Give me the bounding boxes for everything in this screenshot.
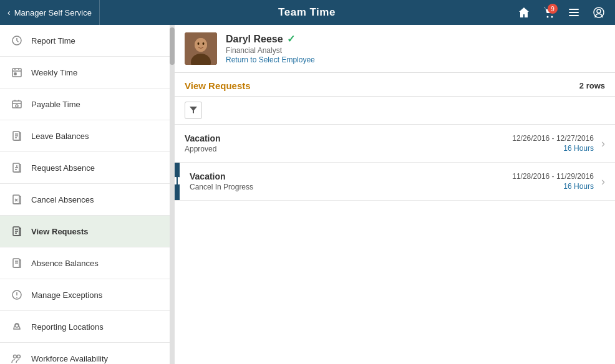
header-icons: 9 <box>514 2 615 22</box>
payable-time-icon <box>10 97 24 111</box>
sidebar-item-manage-exceptions[interactable]: Manage Exceptions <box>0 279 174 311</box>
leave-balances-icon <box>10 129 24 143</box>
svg-point-0 <box>547 16 549 18</box>
request-dates-2: 11/28/2016 - 11/29/2016 <box>512 172 594 181</box>
svg-rect-3 <box>569 12 579 13</box>
sidebar-item-label: Workforce Availability <box>31 354 108 363</box>
sidebar-item-request-absence[interactable]: Request Absence <box>0 152 174 184</box>
sidebar-item-label: Report Time <box>31 36 75 46</box>
main-content: Daryl Reese ✓ Financial Analyst Return t… <box>175 25 615 364</box>
svg-point-11 <box>16 105 18 107</box>
svg-rect-9 <box>14 73 16 75</box>
profile-button[interactable] <box>589 2 609 22</box>
sidebar-item-label: Weekly Time <box>31 68 77 77</box>
sidebar-item-view-requests[interactable]: View Requests <box>0 216 174 247</box>
sidebar-item-label: Request Absence <box>31 163 95 173</box>
sidebar-item-label: Reporting Locations <box>31 322 104 332</box>
avatar <box>185 32 217 65</box>
request-right-2: 11/28/2016 - 11/29/2016 16 Hours <box>512 172 594 191</box>
menu-button[interactable] <box>564 2 584 22</box>
request-row-2[interactable]: Vacation Cancel In Progress 11/28/2016 -… <box>175 163 615 201</box>
calendar-week-icon <box>10 65 24 79</box>
request-content-1: Vacation Approved <box>185 133 512 153</box>
svg-rect-2 <box>569 9 579 10</box>
employee-info: Daryl Reese ✓ Financial Analyst Return t… <box>226 33 605 64</box>
filter-icon <box>189 105 198 116</box>
reporting-locations-icon <box>10 320 24 333</box>
svg-point-19 <box>14 355 17 358</box>
request-content-2: Vacation Cancel In Progress <box>190 171 512 191</box>
request-status-2: Cancel In Progress <box>190 183 512 191</box>
cancel-progress-icon <box>175 176 180 187</box>
sidebar-item-absence-balances[interactable]: Absence Balances <box>0 247 174 279</box>
request-row-1[interactable]: Vacation Approved 12/26/2016 - 12/27/201… <box>175 125 615 163</box>
sidebar-scrollbar-thumb[interactable] <box>170 27 175 65</box>
sidebar-item-label: Absence Balances <box>31 259 99 268</box>
avatar-image <box>185 32 217 65</box>
svg-point-20 <box>17 355 21 358</box>
sidebar-item-cancel-absences[interactable]: Cancel Absences <box>0 184 174 216</box>
cancel-indicator <box>175 163 180 200</box>
sidebar-item-workforce-availability[interactable]: Workforce Availability <box>0 343 174 364</box>
sidebar-item-label: Cancel Absences <box>31 195 94 204</box>
section-title: View Requests <box>185 80 251 91</box>
app-header: ‹ Manager Self Service Team Time 9 <box>0 0 615 25</box>
filter-bar <box>175 97 615 125</box>
sidebar-wrapper: Report Time Weekly Time <box>0 25 175 364</box>
svg-rect-4 <box>569 15 579 16</box>
sidebar: Report Time Weekly Time <box>0 25 175 364</box>
main-layout: Report Time Weekly Time <box>0 25 615 364</box>
sidebar-item-reporting-locations[interactable]: Reporting Locations <box>0 311 174 343</box>
section-header: View Requests 2 rows <box>175 73 615 97</box>
sidebar-item-payable-time[interactable]: Payable Time <box>0 89 174 120</box>
sidebar-item-report-time[interactable]: Report Time <box>0 25 174 57</box>
filter-button[interactable] <box>185 102 202 119</box>
view-requests-icon <box>10 224 24 238</box>
request-status-1: Approved <box>185 145 512 153</box>
back-nav-label: Manager Self Service <box>14 8 92 17</box>
employee-name: Daryl Reese ✓ <box>226 33 605 45</box>
request-hours-1: 16 Hours <box>512 144 594 153</box>
svg-point-6 <box>597 9 601 13</box>
request-dates-1: 12/26/2016 - 12/27/2016 <box>512 134 594 143</box>
sidebar-item-label: Manage Exceptions <box>31 290 102 300</box>
cart-button[interactable]: 9 <box>539 2 559 22</box>
employee-title: Financial Analyst <box>226 46 605 55</box>
sidebar-item-leave-balances[interactable]: Leave Balances <box>0 120 174 152</box>
back-chevron-icon: ‹ <box>7 7 11 17</box>
sidebar-item-label: Leave Balances <box>31 132 89 141</box>
sidebar-scrollbar[interactable] <box>170 25 175 364</box>
svg-point-1 <box>551 16 553 18</box>
svg-point-24 <box>195 38 207 52</box>
svg-point-25 <box>198 42 200 45</box>
cancel-absences-icon <box>10 193 24 206</box>
verified-check-icon: ✓ <box>287 33 295 45</box>
request-type-1: Vacation <box>185 133 512 143</box>
cart-badge: 9 <box>548 4 558 14</box>
request-hours-2: 16 Hours <box>512 182 594 191</box>
clock-icon <box>10 34 24 47</box>
sidebar-item-label: Payable Time <box>31 100 80 109</box>
row-chevron-icon-1: › <box>601 137 605 150</box>
workforce-availability-icon <box>10 352 24 364</box>
sidebar-item-weekly-time[interactable]: Weekly Time <box>0 57 174 89</box>
svg-rect-8 <box>12 69 21 77</box>
request-absence-icon <box>10 161 24 175</box>
page-title: Team Time <box>100 6 514 19</box>
svg-rect-28 <box>178 177 180 184</box>
absence-balances-icon <box>10 256 24 270</box>
svg-point-26 <box>203 42 205 45</box>
employee-header: Daryl Reese ✓ Financial Analyst Return t… <box>175 25 615 73</box>
manage-exceptions-icon <box>10 288 24 302</box>
rows-count: 2 rows <box>579 81 605 90</box>
request-right-1: 12/26/2016 - 12/27/2016 16 Hours <box>512 134 594 153</box>
svg-rect-27 <box>175 177 177 184</box>
home-button[interactable] <box>514 2 534 22</box>
row-chevron-icon-2: › <box>601 175 605 188</box>
return-to-select-link[interactable]: Return to Select Employee <box>226 55 315 64</box>
sidebar-item-label: View Requests <box>31 227 89 236</box>
back-nav[interactable]: ‹ Manager Self Service <box>0 0 100 25</box>
request-type-2: Vacation <box>190 171 512 181</box>
